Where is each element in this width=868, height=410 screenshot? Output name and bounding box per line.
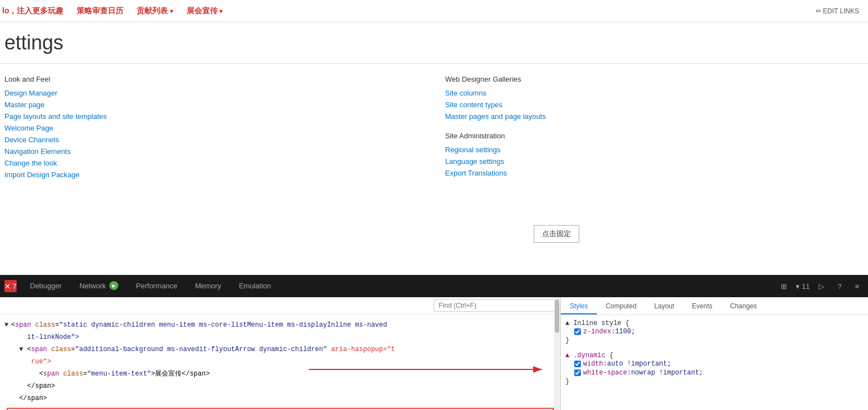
tab-layout[interactable]: Layout xyxy=(645,299,683,314)
dynamic-rule-whitespace: white-space: nowrap !important; xyxy=(565,368,864,377)
html-scrollbar[interactable] xyxy=(554,297,560,410)
html-line-5: <span class="menu-item-text">展会宣传</span> xyxy=(0,368,560,380)
styles-content: ▲ Inline style { z-index: 1100; } ▲ .dyn… xyxy=(561,315,868,397)
tab-computed[interactable]: Computed xyxy=(597,299,645,314)
help-icon[interactable]: ? xyxy=(833,280,846,293)
dynamic-rule-width: width: auto !important; xyxy=(565,359,864,368)
link-welcome-page[interactable]: Welcome Page xyxy=(4,124,423,132)
tab-memory-label: Memory xyxy=(195,282,221,290)
tab-emulation[interactable]: Emulation xyxy=(230,275,280,297)
tab-count: ▾ 11 xyxy=(796,282,810,291)
scrollbar-thumb[interactable] xyxy=(555,299,559,333)
link-export-translations[interactable]: Export Translations xyxy=(445,169,864,177)
site-administration-heading: Site Administration xyxy=(445,132,864,140)
html-panel: ▼ <span class="static dynamic-children m… xyxy=(0,297,561,410)
look-and-feel-column: Look and Feel Design Manager Master page… xyxy=(4,75,423,263)
pin-button[interactable]: 点击固定 xyxy=(534,225,579,243)
styles-tab-bar: Styles Computed Layout Events Changes xyxy=(561,297,868,315)
top-navigation: lo，注入更多玩趣 策略审查日历 贡献列表 展会宣传 ✏ EDIT LINKS xyxy=(0,0,868,22)
dynamic-style-end: } xyxy=(565,377,864,386)
link-navigation-elements[interactable]: Navigation Elements xyxy=(4,147,423,156)
inline-style-block: ▲ Inline style { z-index: 1100; } xyxy=(565,319,864,345)
link-site-content-types[interactable]: Site content types xyxy=(445,101,864,109)
link-master-pages-layouts[interactable]: Master pages and page layouts xyxy=(445,112,864,121)
nav-item-strategy[interactable]: 策略审查日历 xyxy=(77,6,123,16)
tab-performance-label: Performance xyxy=(136,282,177,290)
devtools-close-button[interactable]: ✕ 7 xyxy=(4,280,17,292)
look-and-feel-heading: Look and Feel xyxy=(4,75,423,83)
link-device-channels[interactable]: Device Channels xyxy=(4,136,423,144)
highlighted-ul-element[interactable]: ▶ <ul class="dynamic" style="z-index: 11… xyxy=(7,408,554,410)
link-master-page[interactable]: Master page xyxy=(4,101,423,109)
styles-panel: Styles Computed Layout Events Changes ▲ … xyxy=(561,297,868,410)
dynamic-selector: ▲ .dynamic { xyxy=(565,352,864,359)
devtools-right-controls: ⊞ ▾ 11 ▷ ? ≡ xyxy=(776,280,864,293)
find-input[interactable] xyxy=(434,299,556,312)
width-checkbox[interactable] xyxy=(574,361,581,367)
html-line-4: rue"> xyxy=(0,356,560,368)
devtools-toolbar: ✕ 7 Debugger Network Performance Memory … xyxy=(0,275,868,297)
link-language-settings[interactable]: Language settings xyxy=(445,157,864,166)
edit-links-button[interactable]: ✏ EDIT LINKS xyxy=(816,7,859,15)
zindex-checkbox[interactable] xyxy=(574,328,581,335)
tab-changes[interactable]: Changes xyxy=(721,299,766,314)
play-icon xyxy=(109,281,118,290)
device-icon[interactable]: ⊞ xyxy=(776,280,791,293)
more-icon[interactable]: ≡ xyxy=(850,280,864,293)
page-title: ettings xyxy=(0,22,868,64)
tab-debugger[interactable]: Debugger xyxy=(21,275,71,297)
tab-styles[interactable]: Styles xyxy=(561,299,597,314)
link-change-look[interactable]: Change the look xyxy=(4,159,423,167)
tab-performance[interactable]: Performance xyxy=(127,275,186,297)
nav-item-fun[interactable]: lo，注入更多玩趣 xyxy=(2,6,63,16)
nav-item-contribute[interactable]: 贡献列表 xyxy=(137,6,173,16)
tab-emulation-label: Emulation xyxy=(239,282,271,290)
expand-icon[interactable]: ▷ xyxy=(814,280,829,293)
close-count: ✕ 7 xyxy=(4,282,17,291)
link-regional-settings[interactable]: Regional settings xyxy=(445,146,864,154)
arrow-expand-1[interactable]: ▼ xyxy=(4,320,11,330)
link-site-columns[interactable]: Site columns xyxy=(445,89,864,97)
web-designer-column: Web Designer Galleries Site columns Site… xyxy=(445,75,864,263)
link-design-manager[interactable]: Design Manager xyxy=(4,89,423,97)
link-import-design[interactable]: Import Design Package xyxy=(4,171,423,179)
html-line-6: </span> xyxy=(0,380,560,392)
html-line-3: ▼ <span class="additional-background ms-… xyxy=(0,343,560,356)
main-content: Look and Feel Design Manager Master page… xyxy=(0,64,868,275)
link-page-layouts[interactable]: Page layouts and site templates xyxy=(4,112,423,121)
whitespace-checkbox[interactable] xyxy=(574,369,581,376)
inline-style-selector: ▲ Inline style { xyxy=(565,319,864,327)
html-line-2: it-linkNode"> xyxy=(0,331,560,343)
tab-debugger-label: Debugger xyxy=(30,282,62,290)
tab-events[interactable]: Events xyxy=(683,299,721,314)
tab-network[interactable]: Network xyxy=(71,275,127,297)
nav-item-expo[interactable]: 展会宣传 xyxy=(187,6,223,16)
html-line-7: </span> xyxy=(0,392,560,404)
tab-network-label: Network xyxy=(79,282,106,290)
dynamic-style-block: ▲ .dynamic { width: auto !important; whi… xyxy=(565,352,864,386)
devtools-main-panel: ▼ <span class="static dynamic-children m… xyxy=(0,297,868,410)
inline-style-end: } xyxy=(565,336,864,345)
html-code-area: ▼ <span class="static dynamic-children m… xyxy=(0,314,560,410)
tab-memory[interactable]: Memory xyxy=(186,275,230,297)
web-designer-heading: Web Designer Galleries xyxy=(445,75,864,83)
inline-rule-zindex: z-index: 1100; xyxy=(565,327,864,336)
html-line-1: ▼ <span class="static dynamic-children m… xyxy=(0,319,560,331)
